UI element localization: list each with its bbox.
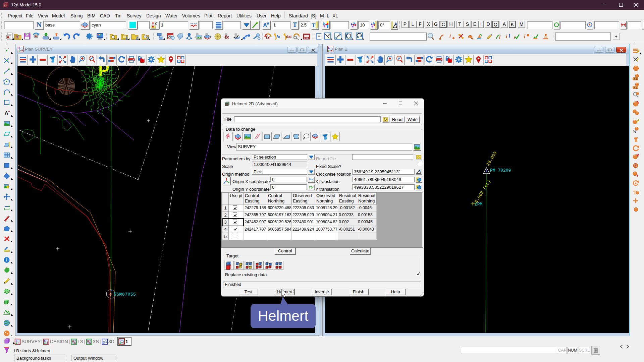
svg-text:Z: Z xyxy=(155,21,157,25)
svg-text:PM 70209: PM 70209 xyxy=(490,168,511,173)
svg-text:12: 12 xyxy=(4,4,7,7)
svg-text:1: 1 xyxy=(125,36,128,41)
svg-text:!: ! xyxy=(508,34,510,39)
svg-text:|: | xyxy=(100,339,101,344)
svg-text:SURVEY: SURVEY xyxy=(21,339,41,344)
svg-text:T: T xyxy=(312,22,316,28)
svg-text:DESIGN: DESIGN xyxy=(50,339,68,344)
svg-text:i: i xyxy=(524,34,526,39)
svg-text:½: ½ xyxy=(633,129,636,133)
svg-text:2: 2 xyxy=(136,36,138,41)
svg-text:A: A xyxy=(267,21,269,25)
svg-text:i: i xyxy=(506,34,507,39)
svg-text:SSM87055: SSM87055 xyxy=(114,292,136,297)
svg-text:3: 3 xyxy=(146,36,149,41)
svg-text:|: | xyxy=(84,339,85,344)
svg-text:Q: Q xyxy=(385,118,387,121)
svg-text:12: 12 xyxy=(225,104,228,106)
svg-text:i: i xyxy=(514,35,515,40)
svg-text:fx: fx xyxy=(225,35,229,40)
svg-text:Q: Q xyxy=(418,156,420,159)
svg-text:1PM: 1PM xyxy=(475,202,482,207)
svg-text:dat: dat xyxy=(286,35,292,39)
svg-text:A-G: A-G xyxy=(634,78,638,80)
svg-text:|: | xyxy=(41,339,43,344)
svg-text:A: A xyxy=(4,110,8,117)
svg-text:LS: LS xyxy=(77,339,83,344)
svg-text:18.063: 18.063 xyxy=(485,150,498,167)
svg-text:3D: 3D xyxy=(108,339,114,344)
svg-text:y: y xyxy=(309,185,311,188)
svg-text:fx: fx xyxy=(266,35,270,40)
svg-text:|: | xyxy=(69,339,70,344)
svg-text:H-Z: H-Z xyxy=(634,86,638,89)
svg-text:X: X xyxy=(309,177,311,181)
svg-text:i: i xyxy=(499,35,501,40)
svg-text:Helmert: Helmert xyxy=(258,308,309,324)
svg-text:5: 5 xyxy=(109,293,112,297)
svg-text:fx: fx xyxy=(276,34,280,39)
svg-text:XS: XS xyxy=(93,339,99,344)
svg-text:i: i xyxy=(449,33,451,39)
